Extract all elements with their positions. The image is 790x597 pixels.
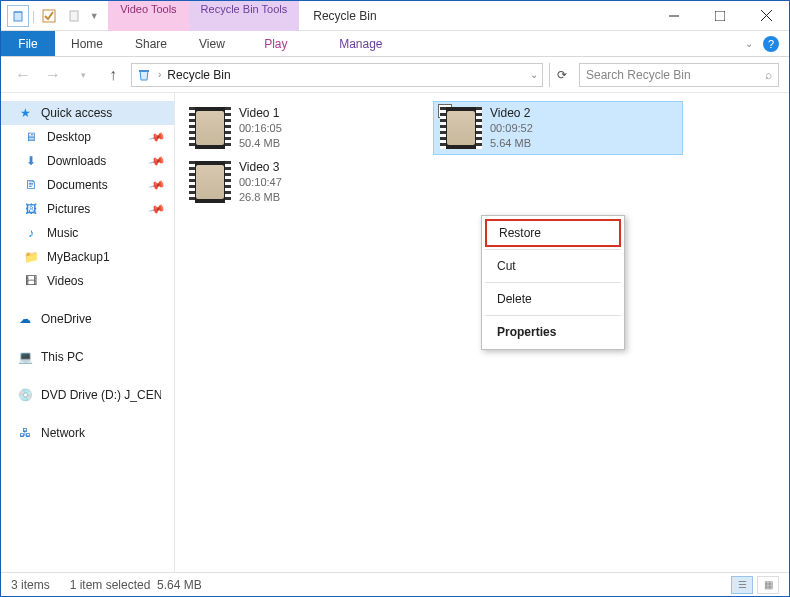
file-list: Video 1 00:16:05 50.4 MB ✓ Video 2 00:09… [183,101,781,209]
sidebar-label: Quick access [41,106,112,120]
file-item[interactable]: Video 3 00:10:47 26.8 MB [183,155,433,209]
ribbon-expand-icon[interactable]: ⌄ [745,38,753,49]
file-item-selected[interactable]: ✓ Video 2 00:09:52 5.64 MB [433,101,683,155]
file-item[interactable]: Video 1 00:16:05 50.4 MB [183,101,433,155]
back-button[interactable]: ← [11,63,35,87]
sidebar-item-mybackup[interactable]: 📁MyBackup1 [1,245,174,269]
details-view-button[interactable]: ☰ [731,576,753,594]
sidebar-label: This PC [41,350,84,364]
share-tab[interactable]: Share [119,31,183,56]
home-tab[interactable]: Home [55,31,119,56]
recycle-bin-icon [11,9,25,23]
video-thumbnail [189,107,231,149]
close-button[interactable] [743,1,789,31]
video-thumbnail [440,107,482,149]
sidebar-label: Documents [47,178,108,192]
content-pane[interactable]: Video 1 00:16:05 50.4 MB ✓ Video 2 00:09… [175,93,789,572]
context-menu-cut[interactable]: Cut [485,252,621,280]
maximize-button[interactable] [697,1,743,31]
search-input[interactable] [586,68,765,82]
context-menu-properties[interactable]: Properties [485,318,621,346]
file-size: 26.8 MB [239,190,282,205]
menu-separator [485,282,621,283]
sidebar-this-pc[interactable]: 💻This PC [1,345,174,369]
sidebar-label: Desktop [47,130,91,144]
network-icon: 🖧 [17,425,33,441]
sidebar-label: Music [47,226,78,240]
ribbon-tabs: File Home Share View Play Manage ⌄ ? [1,31,789,57]
search-box[interactable]: ⌕ [579,63,779,87]
contextual-tab-group: Video Tools Recycle Bin Tools [108,1,299,31]
breadcrumb-separator-icon: › [158,69,161,80]
svg-rect-0 [14,12,22,21]
play-tab[interactable]: Play [241,31,311,56]
recent-dropdown[interactable]: ▾ [71,63,95,87]
recycle-bin-icon [136,67,152,83]
sidebar-item-music[interactable]: ♪Music [1,221,174,245]
qat-blank-button[interactable] [63,5,85,27]
forward-button[interactable]: → [41,63,65,87]
qat-dropdown[interactable]: ▼ [88,5,100,27]
view-switcher: ☰ ▦ [731,576,779,594]
onedrive-icon: ☁ [17,311,33,327]
sidebar-label: DVD Drive (D:) J_CEN [41,388,161,402]
sidebar-label: Network [41,426,85,440]
context-menu-delete[interactable]: Delete [485,285,621,313]
help-button[interactable]: ? [763,36,779,52]
qat-divider: | [32,9,35,23]
sidebar-item-documents[interactable]: 🖹Documents📌 [1,173,174,197]
svg-rect-2 [70,11,78,21]
file-size: 5.64 MB [490,136,533,151]
context-menu-restore[interactable]: Restore [485,219,621,247]
music-icon: ♪ [23,225,39,241]
star-icon: ★ [17,105,33,121]
folder-icon: 📁 [23,249,39,265]
sidebar-item-videos[interactable]: 🎞Videos [1,269,174,293]
downloads-icon: ⬇ [23,153,39,169]
file-tab[interactable]: File [1,31,55,56]
sidebar-item-downloads[interactable]: ⬇Downloads📌 [1,149,174,173]
minimize-icon [669,11,679,21]
status-bar: 3 items 1 item selected 5.64 MB ☰ ▦ [1,572,789,596]
documents-icon: 🖹 [23,177,39,193]
navigation-pane: ★ Quick access 🖥Desktop📌 ⬇Downloads📌 🖹Do… [1,93,175,572]
video-tools-header: Video Tools [108,1,188,31]
qat-properties-button[interactable] [7,5,29,27]
pictures-icon: 🖼 [23,201,39,217]
sidebar-label: Pictures [47,202,90,216]
disc-icon: 💿 [17,387,33,403]
sidebar-item-pictures[interactable]: 🖼Pictures📌 [1,197,174,221]
sidebar-item-desktop[interactable]: 🖥Desktop📌 [1,125,174,149]
pin-icon: 📌 [148,200,167,218]
breadcrumb-location[interactable]: Recycle Bin [167,68,230,82]
checkbox-checked-icon [42,9,56,23]
close-icon [761,10,772,21]
minimize-button[interactable] [651,1,697,31]
up-button[interactable]: ↑ [101,63,125,87]
videos-icon: 🎞 [23,273,39,289]
pc-icon: 💻 [17,349,33,365]
sidebar-label: Downloads [47,154,106,168]
sidebar-network[interactable]: 🖧Network [1,421,174,445]
view-tab[interactable]: View [183,31,241,56]
window-title: Recycle Bin [313,9,376,23]
title-bar: | ▼ Video Tools Recycle Bin Tools Recycl… [1,1,789,31]
pin-icon: 📌 [148,128,167,146]
desktop-icon: 🖥 [23,129,39,145]
sidebar-onedrive[interactable]: ☁OneDrive [1,307,174,331]
manage-tab[interactable]: Manage [311,31,411,56]
icons-view-button[interactable]: ▦ [757,576,779,594]
menu-separator [485,249,621,250]
qat-checkbox-button[interactable] [38,5,60,27]
sidebar-quick-access[interactable]: ★ Quick access [1,101,174,125]
svg-rect-7 [139,70,149,72]
quick-access-toolbar: | ▼ [1,5,100,27]
sidebar-dvd-drive[interactable]: 💿DVD Drive (D:) J_CEN [1,383,174,407]
status-selection: 1 item selected 5.64 MB [70,578,202,592]
chevron-down-icon[interactable]: ⌄ [530,69,538,80]
file-name: Video 2 [490,105,533,121]
status-item-count: 3 items [11,578,50,592]
document-icon [67,9,81,23]
breadcrumb[interactable]: › Recycle Bin ⌄ [131,63,543,87]
refresh-button[interactable]: ⟳ [549,63,573,87]
